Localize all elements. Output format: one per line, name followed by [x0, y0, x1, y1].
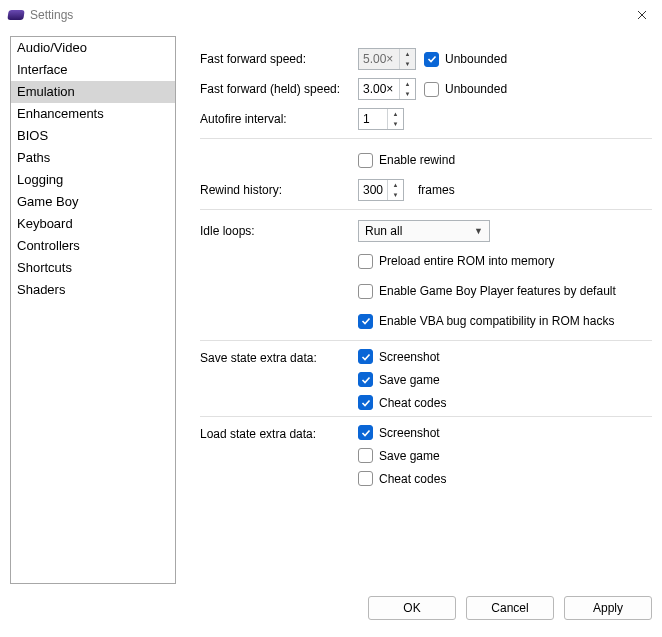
sidebar: Audio/VideoInterfaceEmulationEnhancement…	[10, 36, 176, 584]
enable-rewind-label: Enable rewind	[379, 153, 455, 167]
separator	[200, 138, 652, 139]
preload-rom-label: Preload entire ROM into memory	[379, 254, 554, 268]
sidebar-item-enhancements[interactable]: Enhancements	[11, 103, 175, 125]
ff-held-spinner[interactable]: ▲▼	[358, 78, 416, 100]
ff-speed-label: Fast forward speed:	[200, 52, 358, 66]
preload-rom-checkbox[interactable]: Preload entire ROM into memory	[358, 254, 554, 269]
separator	[200, 209, 652, 210]
ff-speed-input	[359, 52, 399, 66]
sidebar-item-interface[interactable]: Interface	[11, 59, 175, 81]
rewind-history-label: Rewind history:	[200, 183, 358, 197]
idle-loops-combo[interactable]: Run all ▼	[358, 220, 490, 242]
sidebar-item-paths[interactable]: Paths	[11, 147, 175, 169]
rewind-history-input[interactable]	[359, 183, 387, 197]
sidebar-item-keyboard[interactable]: Keyboard	[11, 213, 175, 235]
sidebar-item-emulation[interactable]: Emulation	[11, 81, 175, 103]
titlebar: Settings	[0, 0, 662, 30]
sidebar-item-game-boy[interactable]: Game Boy	[11, 191, 175, 213]
app-icon	[7, 10, 24, 20]
idle-loops-value: Run all	[365, 224, 402, 238]
sidebar-item-audio-video[interactable]: Audio/Video	[11, 37, 175, 59]
gbp-features-checkbox[interactable]: Enable Game Boy Player features by defau…	[358, 284, 616, 299]
settings-panel: Fast forward speed: ▲▼ Unbounded Fast fo…	[176, 36, 652, 590]
ff-held-unbounded-label: Unbounded	[445, 82, 507, 96]
window-title: Settings	[30, 8, 622, 22]
save-state-label: Save state extra data:	[200, 349, 358, 365]
ok-button[interactable]: OK	[368, 596, 456, 620]
ff-speed-unbounded-label: Unbounded	[445, 52, 507, 66]
ff-held-label: Fast forward (held) speed:	[200, 82, 358, 96]
sidebar-item-controllers[interactable]: Controllers	[11, 235, 175, 257]
load-state-label: Load state extra data:	[200, 425, 358, 441]
chevron-down-icon: ▼	[474, 226, 483, 236]
save-state-savegame-checkbox[interactable]: Save game	[358, 372, 446, 387]
ff-speed-unbounded-checkbox[interactable]: Unbounded	[424, 52, 507, 67]
spinner-arrows[interactable]: ▲▼	[387, 109, 403, 129]
save-state-screenshot-checkbox[interactable]: Screenshot	[358, 349, 446, 364]
load-state-savegame-checkbox[interactable]: Save game	[358, 448, 446, 463]
enable-rewind-checkbox[interactable]: Enable rewind	[358, 153, 455, 168]
sidebar-item-shortcuts[interactable]: Shortcuts	[11, 257, 175, 279]
separator	[200, 416, 652, 417]
ff-held-unbounded-checkbox[interactable]: Unbounded	[424, 82, 507, 97]
autofire-input[interactable]	[359, 112, 387, 126]
apply-button[interactable]: Apply	[564, 596, 652, 620]
load-state-screenshot-checkbox[interactable]: Screenshot	[358, 425, 446, 440]
sidebar-item-logging[interactable]: Logging	[11, 169, 175, 191]
sidebar-item-shaders[interactable]: Shaders	[11, 279, 175, 301]
ff-held-input[interactable]	[359, 82, 399, 96]
gbp-features-label: Enable Game Boy Player features by defau…	[379, 284, 616, 298]
idle-loops-label: Idle loops:	[200, 224, 358, 238]
cancel-button[interactable]: Cancel	[466, 596, 554, 620]
rewind-history-unit: frames	[418, 183, 455, 197]
spinner-arrows[interactable]: ▲▼	[399, 79, 415, 99]
dialog-buttons: OK Cancel Apply	[0, 590, 662, 630]
sidebar-item-bios[interactable]: BIOS	[11, 125, 175, 147]
spinner-arrows[interactable]: ▲▼	[387, 180, 403, 200]
save-state-cheats-checkbox[interactable]: Cheat codes	[358, 395, 446, 410]
autofire-spinner[interactable]: ▲▼	[358, 108, 404, 130]
spinner-arrows: ▲▼	[399, 49, 415, 69]
ff-speed-spinner: ▲▼	[358, 48, 416, 70]
vba-bug-label: Enable VBA bug compatibility in ROM hack…	[379, 314, 614, 328]
autofire-label: Autofire interval:	[200, 112, 358, 126]
rewind-history-spinner[interactable]: ▲▼	[358, 179, 404, 201]
separator	[200, 340, 652, 341]
close-button[interactable]	[622, 0, 662, 30]
vba-bug-checkbox[interactable]: Enable VBA bug compatibility in ROM hack…	[358, 314, 614, 329]
load-state-cheats-checkbox[interactable]: Cheat codes	[358, 471, 446, 486]
close-icon	[637, 10, 647, 20]
